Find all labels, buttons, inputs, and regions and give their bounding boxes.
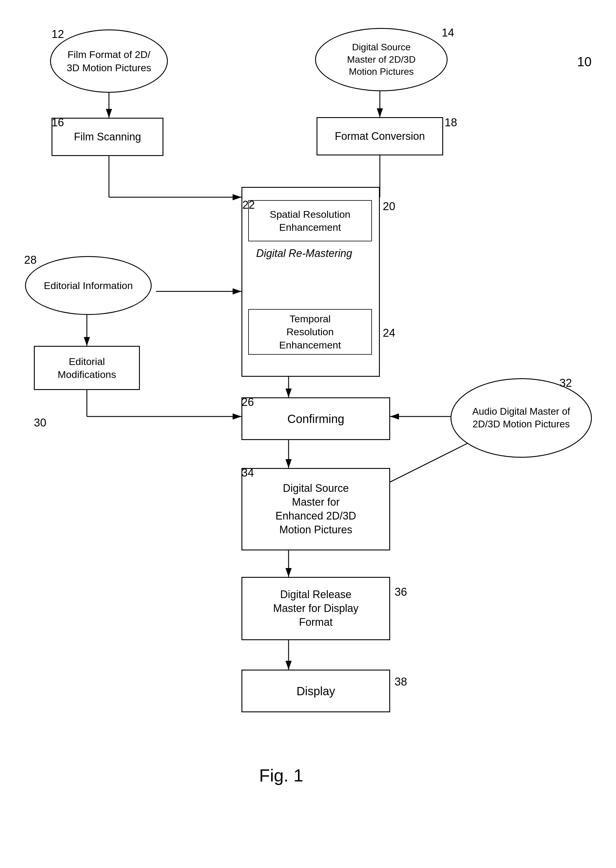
film-scanning-label: Film Scanning bbox=[74, 130, 141, 144]
diagram-id: 10 bbox=[577, 55, 592, 69]
film-format-id: 12 bbox=[52, 28, 64, 41]
film-format-label: Film Format of 2D/ 3D Motion Pictures bbox=[66, 48, 151, 74]
audio-digital-master-id: 32 bbox=[559, 377, 572, 389]
format-conversion-id: 18 bbox=[445, 116, 457, 129]
digital-source-input-node: Digital Source Master of 2D/3D Motion Pi… bbox=[315, 28, 448, 91]
spatial-resolution-id: 22 bbox=[242, 199, 255, 211]
digital-release-master-id: 36 bbox=[394, 586, 407, 598]
editorial-modifications-node: Editorial Modifications bbox=[34, 346, 140, 390]
confirming-label: Confirming bbox=[288, 411, 344, 427]
editorial-modifications-label: Editorial Modifications bbox=[58, 355, 116, 381]
digital-source-enhanced-node: Digital Source Master for Enhanced 2D/3D… bbox=[242, 468, 390, 550]
confirming-node: Confirming bbox=[242, 397, 390, 440]
editorial-info-node: Editorial Information bbox=[25, 256, 152, 315]
digital-source-input-id: 14 bbox=[442, 27, 454, 39]
digital-source-enhanced-id: 34 bbox=[242, 466, 254, 479]
film-scanning-node: Film Scanning bbox=[52, 118, 163, 156]
audio-digital-master-label: Audio Digital Master of 2D/3D Motion Pic… bbox=[469, 402, 573, 433]
digital-release-master-node: Digital Release Master for Display Forma… bbox=[242, 577, 390, 640]
digital-source-input-label: Digital Source Master of 2D/3D Motion Pi… bbox=[347, 41, 416, 78]
display-id: 38 bbox=[394, 675, 407, 688]
confirming-id: 26 bbox=[242, 396, 254, 408]
temporal-resolution-label: Temporal Resolution Enhancement bbox=[279, 312, 341, 352]
editorial-info-label: Editorial Information bbox=[44, 279, 133, 292]
spatial-resolution-label: Spatial Resolution Enhancement bbox=[270, 208, 350, 234]
format-conversion-node: Format Conversion bbox=[317, 117, 443, 155]
figure-label: Fig. 1 bbox=[259, 765, 303, 786]
film-format-node: Film Format of 2D/ 3D Motion Pictures bbox=[50, 30, 168, 93]
audio-digital-master-node: Audio Digital Master of 2D/3D Motion Pic… bbox=[451, 378, 592, 458]
editorial-modifications-id: 30 bbox=[34, 416, 46, 429]
diagram: Film Format of 2D/ 3D Motion Pictures 12… bbox=[0, 0, 616, 868]
display-label: Display bbox=[297, 683, 335, 699]
digital-release-master-label: Digital Release Master for Display Forma… bbox=[273, 588, 358, 629]
film-scanning-id: 16 bbox=[52, 116, 64, 129]
digital-remastering-id: 20 bbox=[383, 200, 395, 213]
temporal-resolution-node: Temporal Resolution Enhancement bbox=[248, 309, 372, 355]
spatial-resolution-node: Spatial Resolution Enhancement bbox=[248, 200, 372, 241]
format-conversion-label: Format Conversion bbox=[335, 130, 425, 143]
digital-source-enhanced-label: Digital Source Master for Enhanced 2D/3D… bbox=[275, 482, 356, 537]
temporal-resolution-id: 24 bbox=[383, 327, 395, 339]
remaster-label: Digital Re-Mastering bbox=[256, 247, 352, 260]
editorial-info-id: 28 bbox=[24, 254, 36, 266]
display-node: Display bbox=[242, 670, 390, 712]
